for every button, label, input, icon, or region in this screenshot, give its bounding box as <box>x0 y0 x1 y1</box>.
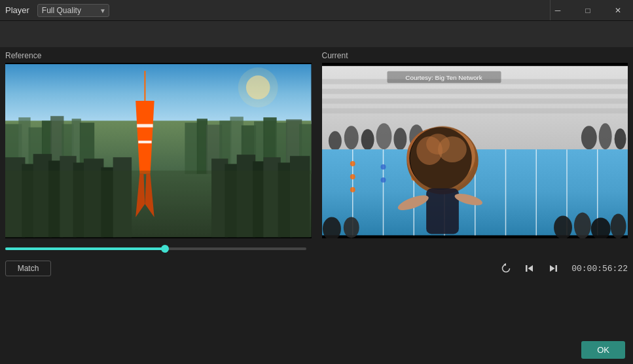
svg-point-91 <box>343 217 359 238</box>
svg-point-93 <box>573 213 590 239</box>
step-back-button[interactable] <box>519 258 540 279</box>
scrubber-container[interactable] <box>5 244 306 254</box>
svg-point-74 <box>380 177 386 183</box>
svg-point-52 <box>344 126 358 149</box>
svg-rect-100 <box>556 265 558 272</box>
controls-section: Match <box>0 241 633 287</box>
svg-point-53 <box>361 129 374 150</box>
match-button[interactable]: Match <box>5 261 51 276</box>
svg-point-86 <box>410 126 475 191</box>
svg-point-71 <box>350 174 355 179</box>
quality-dropdown[interactable]: Full QualityHalf QualityQuarter Quality <box>37 4 109 17</box>
top-bar <box>0 21 633 47</box>
svg-point-58 <box>598 123 611 149</box>
svg-rect-11 <box>197 118 208 173</box>
video-row: Reference <box>0 47 633 241</box>
svg-point-70 <box>350 161 355 166</box>
svg-rect-10 <box>185 122 198 173</box>
svg-marker-101 <box>550 265 555 272</box>
current-panel: Current <box>317 47 634 241</box>
rewind-button[interactable] <box>496 258 516 279</box>
reference-panel: Reference <box>0 47 317 241</box>
minimize-button[interactable]: ─ <box>543 0 573 21</box>
quality-dropdown-wrapper[interactable]: Full QualityHalf QualityQuarter Quality … <box>37 4 109 17</box>
svg-point-57 <box>581 126 596 149</box>
time-display: 00:00:56:22 <box>571 264 628 274</box>
ok-button[interactable]: OK <box>581 341 625 359</box>
reference-video-frame <box>5 63 312 238</box>
close-button[interactable]: ✕ <box>603 0 633 21</box>
svg-point-95 <box>610 214 626 239</box>
reference-video-content <box>5 63 312 238</box>
svg-point-45 <box>238 67 278 107</box>
current-video-content: Courtesy: Big Ten Network <box>322 63 628 238</box>
scrubber-fill <box>5 247 165 250</box>
bottom-bar: OK <box>581 341 625 359</box>
svg-rect-50 <box>322 108 628 113</box>
svg-point-72 <box>350 187 355 192</box>
svg-point-51 <box>328 131 341 151</box>
scrubber-thumb[interactable] <box>161 245 169 253</box>
app-title: Player <box>5 5 29 15</box>
svg-point-92 <box>554 216 572 239</box>
current-video-frame: Courtesy: Big Ten Network <box>322 63 628 238</box>
svg-rect-49 <box>322 99 628 104</box>
svg-rect-48 <box>322 89 628 94</box>
window-controls: ─ □ ✕ <box>543 0 633 21</box>
svg-point-55 <box>393 128 407 150</box>
svg-point-73 <box>380 164 386 170</box>
svg-point-59 <box>614 128 626 149</box>
svg-point-54 <box>376 123 391 149</box>
current-label: Current <box>322 51 628 60</box>
title-bar: Player Full QualityHalf QualityQuarter Q… <box>0 0 633 21</box>
step-forward-icon <box>547 263 559 274</box>
rewind-icon <box>500 263 512 274</box>
svg-marker-99 <box>528 265 534 272</box>
scrubber-track[interactable] <box>5 247 306 250</box>
step-forward-button[interactable] <box>543 258 564 279</box>
svg-rect-40 <box>138 141 151 143</box>
controls-row: Match <box>5 258 628 279</box>
svg-text:Courtesy: Big Ten Network: Courtesy: Big Ten Network <box>405 74 482 81</box>
svg-rect-98 <box>526 265 528 272</box>
svg-rect-39 <box>137 124 153 127</box>
step-back-icon <box>524 263 535 274</box>
maximize-button[interactable]: □ <box>573 0 603 21</box>
main-area: Reference <box>0 21 633 364</box>
reference-label: Reference <box>5 51 312 60</box>
svg-rect-43 <box>5 171 312 238</box>
svg-rect-87 <box>426 189 459 234</box>
